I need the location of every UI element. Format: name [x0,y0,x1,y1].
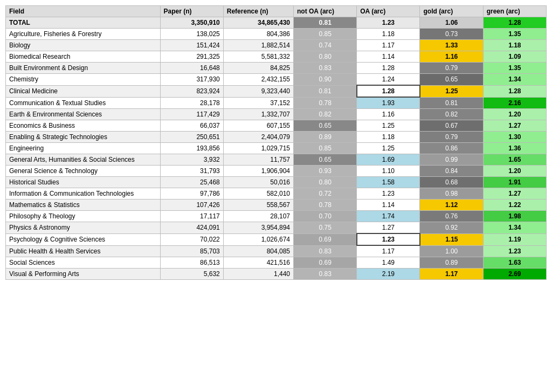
gold-cell: 0.67 [420,120,483,132]
table-row: General Arts, Humanities & Social Scienc… [6,154,547,166]
gold-cell: 1.15 [420,233,483,245]
oa-cell: 1.14 [357,51,420,63]
gold-cell: 0.65 [420,74,483,86]
table-row: Psychology & Cognitive Sciences70,0221,0… [6,233,547,245]
reference-cell: 558,567 [223,200,293,211]
header-paper: Paper (n) [160,6,223,17]
field-cell: Biology [6,40,161,51]
field-cell: General Arts, Humanities & Social Scienc… [6,154,161,166]
table-row: Earth & Environmental Sciences117,4291,3… [6,109,547,120]
field-cell: Clinical Medicine [6,85,161,97]
not-oa-cell: 0.78 [294,200,357,211]
not-oa-cell: 0.74 [294,40,357,51]
oa-cell: 1.74 [357,211,420,222]
paper-cell: 107,426 [160,200,223,211]
paper-cell: 16,648 [160,63,223,74]
green-cell: 1.34 [483,74,546,86]
table-row: Built Environment & Design16,64884,8250.… [6,63,547,74]
not-oa-cell: 0.75 [294,222,357,234]
green-cell: 1.19 [483,233,546,245]
paper-cell: 317,930 [160,74,223,86]
oa-cell: 1.24 [357,74,420,86]
oa-cell: 1.25 [357,120,420,132]
table-row: Chemistry317,9302,432,1550.901.240.651.3… [6,74,547,86]
table-row: Clinical Medicine823,9249,323,4400.811.2… [6,85,547,97]
paper-cell: 193,856 [160,143,223,154]
field-cell: General Science & Technology [6,166,161,177]
gold-cell: 0.73 [420,29,483,40]
paper-cell: 151,424 [160,40,223,51]
not-oa-cell: 0.65 [294,154,357,166]
table-row: Public Health & Health Services85,703804… [6,245,547,257]
not-oa-cell: 0.69 [294,257,357,269]
green-cell: 1.20 [483,109,546,120]
not-oa-cell: 0.80 [294,177,357,188]
paper-cell: 3,932 [160,154,223,166]
header-field: Field [6,6,161,17]
paper-cell: 66,037 [160,120,223,132]
green-cell: 1.34 [483,222,546,234]
green-cell: 1.36 [483,143,546,154]
not-oa-cell: 0.85 [294,143,357,154]
reference-cell: 9,323,440 [223,85,293,97]
total-not-oa: 0.81 [294,17,357,29]
green-cell: 1.27 [483,120,546,132]
oa-cell: 1.17 [357,245,420,257]
table-row: Mathematics & Statistics107,426558,5670.… [6,200,547,211]
main-table: Field Paper (n) Reference (n) not OA (ar… [5,5,547,280]
field-cell: Engineering [6,143,161,154]
table-row: General Science & Technology31,7931,906,… [6,166,547,177]
reference-cell: 5,581,332 [223,51,293,63]
oa-cell: 1.49 [357,257,420,269]
paper-cell: 85,703 [160,245,223,257]
green-cell: 1.23 [483,245,546,257]
total-green: 1.28 [483,17,546,29]
green-cell: 1.09 [483,51,546,63]
field-cell: Physics & Astronomy [6,222,161,234]
reference-cell: 11,757 [223,154,293,166]
table-row: Physics & Astronomy424,0913,954,8940.751… [6,222,547,234]
not-oa-cell: 0.89 [294,132,357,143]
gold-cell: 0.84 [420,166,483,177]
field-cell: Public Health & Health Services [6,245,161,257]
field-cell: Information & Communication Technologies [6,188,161,200]
paper-cell: 823,924 [160,85,223,97]
gold-cell: 0.76 [420,211,483,222]
paper-cell: 97,786 [160,188,223,200]
reference-cell: 1,440 [223,269,293,280]
green-cell: 1.22 [483,200,546,211]
green-cell: 1.20 [483,166,546,177]
reference-cell: 421,516 [223,257,293,269]
paper-cell: 70,022 [160,233,223,245]
gold-cell: 0.92 [420,222,483,234]
oa-cell: 1.69 [357,154,420,166]
reference-cell: 1,332,707 [223,109,293,120]
not-oa-cell: 0.82 [294,109,357,120]
paper-cell: 250,651 [160,132,223,143]
oa-cell: 1.28 [357,85,420,97]
paper-cell: 31,793 [160,166,223,177]
total-row: TOTAL 3,350,910 34,865,430 0.81 1.23 1.0… [6,17,547,29]
reference-cell: 2,404,079 [223,132,293,143]
gold-cell: 0.79 [420,63,483,74]
not-oa-cell: 0.78 [294,97,357,109]
not-oa-cell: 0.80 [294,51,357,63]
green-cell: 1.18 [483,40,546,51]
gold-cell: 0.79 [420,132,483,143]
table-row: Social Sciences86,513421,5160.691.490.89… [6,257,547,269]
reference-cell: 28,107 [223,211,293,222]
green-cell: 1.91 [483,177,546,188]
gold-cell: 0.82 [420,109,483,120]
paper-cell: 28,178 [160,97,223,109]
green-cell: 1.28 [483,85,546,97]
green-cell: 1.98 [483,211,546,222]
green-cell: 1.35 [483,63,546,74]
field-cell: Visual & Performing Arts [6,269,161,280]
paper-cell: 25,468 [160,177,223,188]
table-row: Agriculture, Fisheries & Forestry138,025… [6,29,547,40]
gold-cell: 1.00 [420,245,483,257]
gold-cell: 0.68 [420,177,483,188]
gold-cell: 0.89 [420,257,483,269]
gold-cell: 1.33 [420,40,483,51]
reference-cell: 1,906,904 [223,166,293,177]
